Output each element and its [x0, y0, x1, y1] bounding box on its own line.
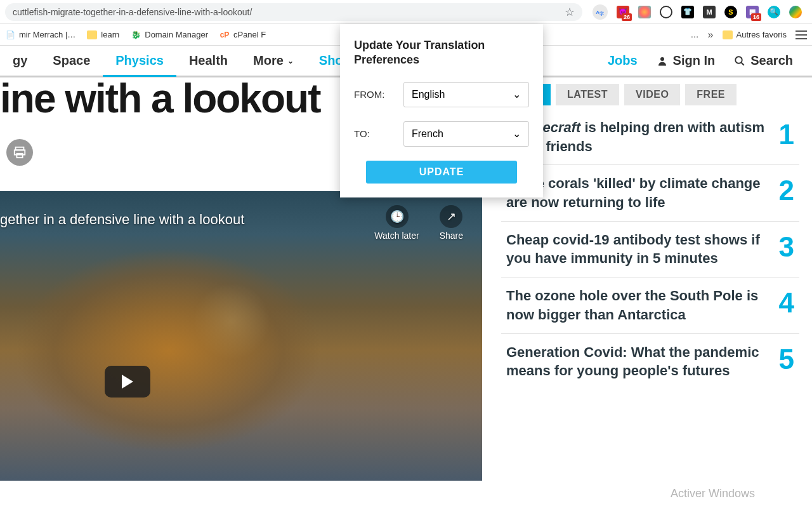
from-label: FROM:: [354, 89, 403, 100]
share-label: Share: [440, 231, 463, 241]
translation-popup: Update Your Translation Preferences FROM…: [340, 24, 543, 197]
nav-item-physics[interactable]: Physics: [103, 47, 176, 77]
page-icon: 📄: [5, 30, 15, 40]
search-icon: [734, 55, 745, 67]
sidebar-tabs: DING LATEST VIDEO FREE: [501, 77, 799, 105]
video-top-controls: 🕒 Watch later ↗ Share: [374, 205, 463, 241]
search-button[interactable]: Search: [734, 53, 793, 68]
bookmark-label: cPanel F: [233, 30, 266, 39]
svg-line-4: [742, 62, 745, 65]
nav-right-group: Jobs Sign In Search: [608, 53, 812, 68]
extension-circle-icon[interactable]: [660, 6, 672, 18]
story-rank: 5: [779, 343, 794, 373]
extension-swirl-icon[interactable]: [638, 6, 651, 18]
bookmark-label: Domain Manager: [145, 30, 208, 39]
play-button[interactable]: [105, 366, 150, 398]
tab-latest[interactable]: LATEST: [556, 84, 619, 105]
bookmark-label: Autres favoris: [737, 30, 787, 39]
play-icon: [122, 375, 133, 389]
browser-chrome-bar: cuttlefish-migrate-together-in-a-defensi…: [0, 0, 812, 24]
tab-free[interactable]: FREE: [685, 84, 737, 105]
story-item[interactable]: Generation Covid: What the pandemic mean…: [501, 334, 799, 389]
extension-purple-icon[interactable]: ▦16: [746, 6, 759, 18]
bookmark-ellipsis: …: [691, 30, 699, 39]
tab-video[interactable]: VIDEO: [624, 84, 680, 105]
popup-to-row: TO: French ⌄: [354, 121, 529, 147]
bookmark-item[interactable]: 📄 mir Merrach |…: [5, 30, 75, 40]
story-rank: 2: [779, 174, 794, 204]
print-button[interactable]: [6, 139, 33, 166]
folder-icon: [723, 30, 733, 39]
story-item[interactable]: The ozone hole over the South Pole is no…: [501, 277, 799, 333]
story-text: Generation Covid: What the pandemic mean…: [506, 343, 766, 380]
from-value: English: [412, 89, 445, 100]
story-item[interactable]: Some corals 'killed' by climate change a…: [501, 165, 799, 221]
search-label: Search: [750, 53, 793, 68]
bookmark-autres-favoris[interactable]: Autres favoris: [723, 30, 787, 39]
page-icon: 🐉: [131, 30, 141, 40]
story-list: u Minecraft is helping dren with autism …: [501, 109, 799, 389]
story-text: u Minecraft is helping dren with autism …: [506, 118, 766, 156]
extension-tshirt-icon[interactable]: 👕: [681, 6, 694, 18]
watch-later-label: Watch later: [374, 231, 419, 241]
svg-point-2: [660, 57, 664, 61]
to-label: TO:: [354, 128, 403, 139]
story-item[interactable]: u Minecraft is helping dren with autism …: [501, 109, 799, 165]
story-rank: 3: [779, 231, 794, 261]
nav-item-space[interactable]: Space: [40, 46, 103, 76]
chevron-down-icon: ⌄: [513, 128, 521, 140]
extension-icons-row: A字 😈26 👕 M S ▦16 🔍: [587, 4, 807, 20]
svg-text:字: 字: [599, 11, 604, 17]
story-item[interactable]: Cheap covid-19 antibody test shows if yo…: [501, 222, 799, 277]
extension-s-icon[interactable]: S: [724, 6, 737, 18]
user-icon: [657, 55, 668, 67]
story-text: Some corals 'killed' by climate change a…: [506, 174, 766, 211]
signin-label: Sign In: [673, 53, 716, 68]
nav-item-jobs[interactable]: Jobs: [608, 53, 638, 68]
reading-list-icon[interactable]: [796, 30, 807, 39]
badge-count: 16: [751, 13, 761, 21]
cpanel-icon: cP: [219, 30, 230, 40]
bookmark-star-icon[interactable]: ☆: [558, 5, 575, 19]
badge-count: 26: [622, 13, 632, 21]
nav-more-label: More: [253, 53, 284, 68]
to-value: French: [412, 128, 443, 140]
clock-icon: 🕒: [386, 205, 409, 228]
story-text: The ozone hole over the South Pole is no…: [506, 286, 766, 324]
story-rank: 4: [779, 286, 794, 317]
share-button[interactable]: ↗ Share: [440, 205, 463, 241]
share-icon: ↗: [440, 205, 462, 228]
extension-chrome-icon[interactable]: [789, 6, 802, 18]
folder-icon: [87, 30, 97, 39]
from-language-select[interactable]: English ⌄: [403, 82, 529, 107]
story-rank: 1: [779, 118, 794, 149]
printer-icon: [13, 145, 27, 159]
bookmark-folder-learn[interactable]: learn: [87, 30, 119, 39]
nav-item-health[interactable]: Health: [176, 46, 240, 76]
translate-extension-icon[interactable]: A字: [593, 4, 608, 20]
url-bar[interactable]: cuttlefish-migrate-together-in-a-defensi…: [5, 3, 582, 21]
video-title: gether in a defensive line with a lookou…: [0, 211, 244, 228]
nav-item-gy[interactable]: gy: [0, 46, 40, 76]
extension-teal-icon[interactable]: 🔍: [768, 6, 780, 18]
watch-later-button[interactable]: 🕒 Watch later: [374, 205, 419, 241]
extension-red-icon[interactable]: 😈26: [617, 6, 629, 18]
url-text: cuttlefish-migrate-together-in-a-defensi…: [13, 7, 252, 17]
bookmark-label: learn: [101, 30, 119, 39]
story-text: Cheap covid-19 antibody test shows if yo…: [506, 231, 766, 268]
nav-item-more[interactable]: More ⌄: [240, 46, 306, 76]
chevron-down-icon: ⌄: [287, 57, 294, 65]
extension-m-icon[interactable]: M: [703, 6, 716, 18]
bookmark-label: mir Merrach |…: [19, 30, 75, 39]
chevron-down-icon: ⌄: [513, 88, 521, 100]
bookmarks-overflow-icon[interactable]: »: [708, 29, 714, 41]
svg-point-3: [736, 57, 743, 64]
signin-button[interactable]: Sign In: [657, 53, 716, 68]
popup-title: Update Your Translation Preferences: [354, 38, 529, 68]
update-button[interactable]: UPDATE: [366, 161, 517, 184]
bookmark-cpanel[interactable]: cP cPanel F: [219, 30, 266, 40]
video-player[interactable]: gether in a defensive line with a lookou…: [0, 191, 482, 481]
to-language-select[interactable]: French ⌄: [403, 121, 529, 147]
popup-from-row: FROM: English ⌄: [354, 82, 529, 107]
bookmark-domain-manager[interactable]: 🐉 Domain Manager: [131, 30, 208, 40]
